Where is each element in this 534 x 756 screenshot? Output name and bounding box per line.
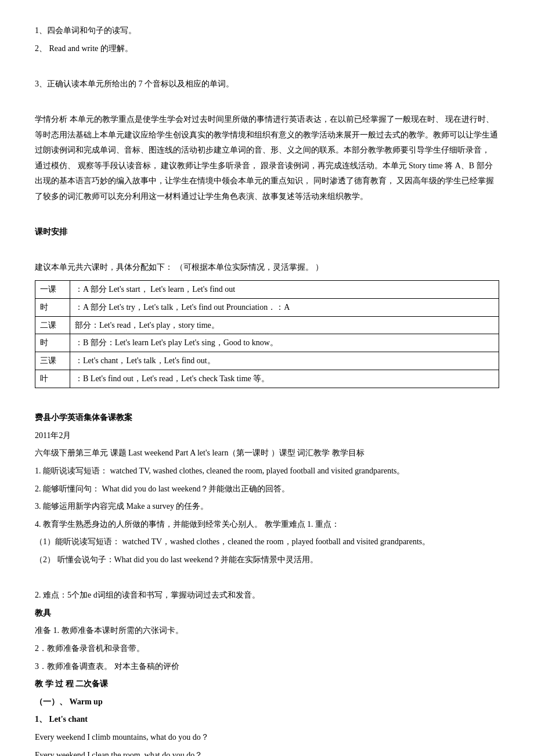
keshi-heading: 课时安排 <box>35 225 499 240</box>
schedule-cell-label: 二课 <box>35 316 70 334</box>
difficulty-note: 2. 难点：5个加e d词组的读音和书写，掌握动词过去式和发音。 <box>35 588 499 603</box>
schedule-intro: 建议本单元共六课时，具体分配如下： （可根据本单位实际情况，灵活掌握。 ） <box>35 260 499 276</box>
jiaoju-heading: 教具 <box>35 606 499 621</box>
schedule-cell-label: 时 <box>35 334 70 352</box>
objective-2: 2. 能够听懂问句： What did you do last weekend？… <box>35 482 499 497</box>
prep-3: 3．教师准备调查表。 对本主备稿的评价 <box>35 659 499 675</box>
schedule-cell-label: 三课 <box>35 352 70 370</box>
chant-line-2: Every weekend I clean the room, what do … <box>35 748 499 756</box>
process-heading: 教 学 过 程 二次备课 <box>35 677 499 692</box>
school-title: 费县小学英语集体备课教案 <box>35 410 499 426</box>
line-spacer-1 <box>35 59 499 74</box>
warmup-heading: （一）、 Warm up <box>35 694 499 710</box>
xueqing-section: 学情分析 本单元的教学重点是使学生学会对过去时间里所做的事情进行英语表达，在以前… <box>35 112 499 205</box>
line-1: 1、四会单词和句子的读写。 <box>35 23 499 39</box>
grade-line: 六年级下册第三单元 课题 Last weekend Part A let's l… <box>35 446 499 461</box>
schedule-cell-content: ：Let's chant，Let's talk，Let's find out。 <box>70 352 499 370</box>
objective-4: 4. 教育学生熟悉身边的人所做的事情，并能做到经常关心别人。 教学重难点 1. … <box>35 517 499 533</box>
line-spacer-5 <box>35 393 499 408</box>
schedule-cell-content: ：A 部分 Let's start， Let's learn，Let's fin… <box>70 280 499 298</box>
schedule-cell-content: 部分：Let's read，Let's play，story time。 <box>70 316 499 334</box>
line-spacer-4 <box>35 243 499 258</box>
objective-1: 1. 能听说读写短语： watched TV, washed clothes, … <box>35 464 499 479</box>
schedule-cell-content: ：A 部分 Let's try，Let's talk，Let's find ou… <box>70 298 499 316</box>
difficulty-2: （2） 听懂会说句子：What did you do last weekend？… <box>35 552 499 568</box>
schedule-table: 一课：A 部分 Let's start， Let's learn，Let's f… <box>35 280 499 388</box>
line-spacer-2 <box>35 94 499 110</box>
prep-2: 2．教师准备录音机和录音带。 <box>35 641 499 657</box>
difficulty-1: （1）能听说读写短语： watched TV，washed clothes，cl… <box>35 534 499 550</box>
line-spacer-3 <box>35 207 499 223</box>
year-line: 2011年2月 <box>35 428 499 444</box>
line-2: 2、 Read and write 的理解。 <box>35 41 499 57</box>
chant-line-1: Every weekend I climb mountains, what do… <box>35 730 499 746</box>
objective-3: 3. 能够运用新学内容完成 Make a survey 的任务。 <box>35 499 499 515</box>
chant-heading: 1、 Let's chant <box>35 712 499 728</box>
prep-1: 准备 1. 教师准备本课时所需的六张词卡。 <box>35 623 499 639</box>
schedule-cell-content: ：B Let's find out，Let's read，Let's check… <box>70 370 499 388</box>
line-spacer-6 <box>35 570 499 586</box>
schedule-cell-label: 叶 <box>35 370 70 388</box>
schedule-cell-label: 一课 <box>35 280 70 298</box>
line-3: 3、正确认读本单元所给出的 7 个音标以及相应的单词。 <box>35 77 499 92</box>
document-container: 1、四会单词和句子的读写。 2、 Read and write 的理解。 3、正… <box>35 23 499 756</box>
schedule-cell-content: ：B 部分：Let's learn Let's play Let's sing，… <box>70 334 499 352</box>
schedule-cell-label: 时 <box>35 298 70 316</box>
